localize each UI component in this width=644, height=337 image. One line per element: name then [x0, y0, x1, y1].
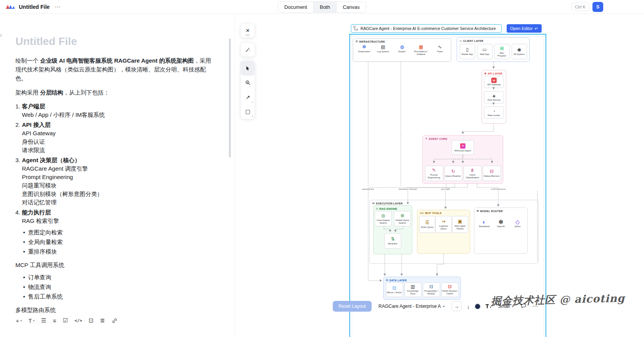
numbered-list-button[interactable]: ≡	[50, 316, 59, 325]
diagram-node[interactable]: ◔Rate Limiter	[484, 106, 504, 119]
diagram-node[interactable]: ◇Qwen	[510, 215, 526, 232]
diagram-node[interactable]: ⊟Redis Session Cache	[441, 282, 459, 297]
list-line: Prompt Engineering	[15, 173, 215, 181]
postgresql-icon: ⊟	[429, 284, 433, 289]
diagram-title-input[interactable]	[351, 24, 502, 33]
edge-label: persistence	[362, 188, 375, 190]
node-label: Global Vector Search	[395, 219, 410, 224]
node-label: Prompt Engineering	[426, 174, 442, 179]
diagram-node[interactable]: ◈Auth Service	[484, 91, 504, 103]
diagram-node[interactable]: ▯Mobile App	[460, 44, 475, 59]
diagram-node-ragcare-agent[interactable]: ✦ RAGCare Agent	[452, 140, 474, 155]
direction-button[interactable]: →	[452, 301, 462, 311]
scrollbar-thumb[interactable]	[229, 38, 231, 158]
open-editor-button[interactable]: Open Editor↵	[507, 24, 542, 33]
chevron-down-icon: ▾	[33, 319, 35, 322]
diagram-node[interactable]: ☸Kubernetes	[355, 45, 373, 53]
embed-button[interactable]: ⊡	[86, 315, 97, 325]
bulleted-list-button[interactable]: ☰	[38, 315, 49, 325]
diagram-group-model-router[interactable]: ⇄MODEL ROUTER ◐DeepSeek ✻OpenAI ◇Qwen	[474, 208, 528, 254]
link-icon	[112, 318, 117, 324]
list-title: API 接入层	[22, 121, 50, 129]
kubernetes-icon: ☸	[362, 45, 366, 50]
diagram-node[interactable]: ∿Trace	[431, 45, 449, 53]
diagram-node[interactable]: ◍Docker	[393, 45, 411, 53]
list-line: RAGCare Agent 调度引擎	[15, 164, 215, 173]
diagram-group-mcp-tools[interactable]: </>MCP TOOLS ☰Order Query ⇒Logistics Que…	[417, 210, 470, 254]
diagram-node[interactable]: ◐DeepSeek	[476, 215, 492, 232]
diagram-node[interactable]: ⊟PostgreSQL / MySQL	[423, 282, 440, 297]
diagram-group-client-layer[interactable]: ▭CLIENT LAYER ▯Mobile App ▭Web App ⊞Mini…	[457, 37, 530, 62]
diagram-node[interactable]: ◉IM System	[512, 44, 527, 59]
download-button[interactable]: ↓	[467, 303, 470, 310]
diagram-node[interactable]: ◎Intent-based Search	[375, 211, 392, 226]
node-label: API Gateway	[487, 83, 501, 86]
diagram-node[interactable]: ▤Log System	[374, 45, 392, 53]
cursor-icon	[245, 66, 250, 71]
list-line: RAG 检索引擎	[15, 217, 215, 225]
diagram-node[interactable]: ✎Prompt Engineering	[425, 166, 443, 181]
document-title: Untitled File	[15, 35, 215, 48]
link-button[interactable]	[109, 316, 120, 325]
node-label: Log System	[377, 50, 389, 53]
diagram-node[interactable]: ⊡Milvus / Vector	[386, 282, 403, 297]
node-label: IM System	[514, 53, 524, 56]
arrow-tool[interactable]: ↗ A	[241, 90, 255, 105]
diagram-group-agent-core[interactable]: ✦AGENT CORE ✦ RAGCare Agent ✎Prompt Engi…	[422, 135, 503, 184]
file-title[interactable]: Untitled File	[19, 4, 50, 10]
diagram-node[interactable]: ⇅Reranker	[384, 233, 401, 249]
diagram-node[interactable]: ⇄API Gateway	[484, 76, 504, 88]
diagram-group-api-layer[interactable]: ◆API LAYER ⇄API Gateway ◈Auth Service ◔R…	[482, 70, 506, 124]
code-block-button[interactable]: </>	[72, 317, 85, 325]
node-label: Kubernetes	[358, 50, 370, 53]
diagram-node[interactable]: ☰Order Query	[419, 216, 435, 233]
openai-icon: ✻	[499, 219, 504, 224]
todo-list-button[interactable]: ☑	[60, 315, 70, 325]
code-icon: </>	[420, 212, 424, 214]
diagram-node[interactable]: ▭Web App	[477, 44, 492, 59]
ai-wand-tool[interactable]	[240, 42, 255, 57]
color-picker-button[interactable]	[475, 304, 480, 309]
diagram-node[interactable]: ⇒Logistics Query	[435, 216, 452, 233]
insert-block-button[interactable]: +▾	[13, 316, 25, 325]
monitor-icon: ▭	[459, 39, 462, 42]
diagram-group-infrastructure[interactable]: ⚙INFRASTRUCTURE ☸Kubernetes ▤Log System …	[353, 38, 451, 62]
close-canvas-tool[interactable]: ✕ ESC	[240, 23, 255, 38]
select-tool[interactable]	[241, 61, 255, 76]
command-palette-shortcut[interactable]: Ctrl K	[571, 3, 590, 11]
tab-both[interactable]: Both	[314, 2, 337, 12]
tab-canvas[interactable]: Canvas	[337, 2, 366, 12]
trace-icon: ∿	[438, 45, 442, 50]
text-style-button[interactable]: T▾	[26, 316, 37, 325]
diagram-node[interactable]: ▥Knowledge Docs	[404, 282, 422, 297]
diagram-node[interactable]: ↻Query Rewriter	[444, 166, 462, 181]
diagram-selector[interactable]: RAGCare Agent - Enterprise A ▾	[377, 302, 446, 310]
diagram-node[interactable]: ▦Prometheus / Grafana	[412, 45, 430, 56]
diagram-node[interactable]: ⋔Intent Classification	[464, 166, 482, 181]
share-button[interactable]: S	[592, 2, 603, 12]
outline-list-button[interactable]: ≣	[97, 315, 108, 325]
rate-limiter-icon: ◔	[493, 109, 495, 114]
diagram-node[interactable]: ✻OpenAI	[493, 215, 509, 232]
intent-search-icon: ◎	[381, 213, 385, 218]
diagram-group-data-layer[interactable]: ⊟DATA LAYER ⊡Milvus / Vector ▥Knowledge …	[383, 277, 461, 300]
diagram-group-rag-engine[interactable]: ◎RAG ENGINE ◎Intent-based Search ⊚Global…	[373, 205, 412, 254]
comment-button[interactable]	[521, 303, 527, 310]
frame-tool[interactable]: ▢ F	[241, 105, 255, 119]
reset-layout-button[interactable]: Reset Layout	[333, 301, 372, 312]
tab-document[interactable]: Document	[278, 2, 314, 12]
list-line: 问题重写模块	[15, 181, 215, 190]
paragraph: MCP 工具调用系统	[15, 261, 215, 269]
zoom-tool[interactable]	[241, 76, 255, 90]
more-options-button[interactable]: ⋯	[532, 303, 538, 310]
diagram-node[interactable]: ⊚Global Vector Search	[394, 211, 411, 226]
file-menu-button[interactable]: ⋯	[53, 3, 62, 10]
outline-toggle-icon[interactable]: ≡	[0, 32, 2, 38]
diagram-node[interactable]: ▣After-sales Tickets	[452, 216, 468, 233]
diagram-node[interactable]: ⊟Dialog Memory	[483, 166, 501, 181]
diagram-node[interactable]: ⊞Mini Program	[494, 44, 510, 59]
text-style-button[interactable]: T▾	[486, 303, 491, 309]
node-label: Query Rewriter	[445, 175, 461, 178]
node-label: Order Query	[421, 226, 434, 229]
font-size-selector[interactable]: Small ▾	[497, 302, 515, 310]
